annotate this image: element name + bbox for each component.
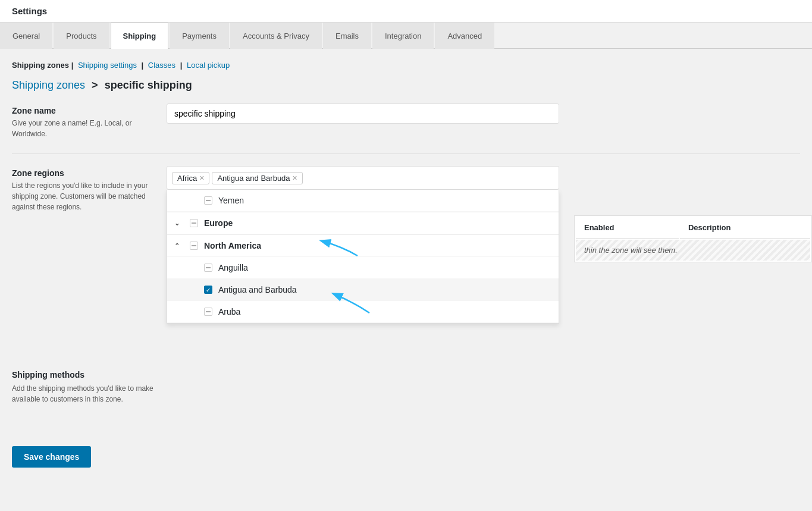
dropdown-item-anguilla[interactable]: Anguilla (167, 257, 559, 279)
sub-nav-bold: Shipping zones (12, 61, 69, 70)
checkbox-north-america (190, 242, 198, 250)
item-label-north-america: North America (204, 241, 261, 250)
save-changes-button[interactable]: Save changes (12, 446, 91, 468)
zone-name-field-col (167, 104, 800, 124)
sub-nav-classes[interactable]: Classes (148, 61, 175, 70)
table-empty-cell: thin the zone will see them. (576, 240, 810, 261)
tag-africa-label: Africa (177, 174, 197, 183)
tag-antigua-remove[interactable]: × (293, 174, 297, 182)
content-area: Shipping zones | Shipping settings | Cla… (0, 49, 812, 511)
tab-shipping[interactable]: Shipping (111, 23, 169, 49)
save-button-container: Save changes (12, 446, 91, 468)
item-label-anguilla: Anguilla (218, 263, 248, 272)
tab-payments[interactable]: Payments (170, 23, 229, 49)
zone-name-input[interactable] (167, 104, 559, 124)
tab-integration[interactable]: Integration (372, 23, 434, 49)
item-label-yemen: Yemen (218, 196, 244, 205)
shipping-methods-label: Shipping methods (12, 370, 84, 380)
sub-nav: Shipping zones | Shipping settings | Cla… (12, 61, 800, 70)
page-header: Settings (0, 0, 812, 23)
zone-regions-tags-container[interactable]: Africa × Antigua and Barbuda × (167, 166, 559, 190)
dropdown-item-antigua-barbuda[interactable]: ✓ Antigua and Barbuda (167, 279, 559, 301)
shipping-methods-panel: Enabled Description thin the zone will s… (574, 215, 812, 262)
zone-name-description: Give your zone a name! E.g. Local, or Wo… (12, 119, 131, 138)
item-label-antigua-barbuda: Antigua and Barbuda (218, 285, 297, 294)
zone-regions-row: Zone regions List the regions you'd like… (12, 166, 800, 212)
chevron-europe: ⌄ (174, 220, 184, 227)
tab-accounts-privacy[interactable]: Accounts & Privacy (230, 23, 322, 49)
breadcrumb-current: specific shipping (105, 79, 192, 91)
zone-regions-dropdown-wrapper: Africa × Antigua and Barbuda × Yemen (167, 166, 559, 190)
chevron-north-america: ⌃ (174, 242, 184, 250)
zone-name-label: Zone name (12, 106, 167, 115)
zone-regions-label-col: Zone regions List the regions you'd like… (12, 166, 167, 212)
zone-regions-dropdown-list: Yemen ⌄ Europe ⌃ (167, 190, 559, 324)
checkbox-anguilla (204, 264, 212, 272)
tab-general[interactable]: General (0, 23, 52, 49)
checkbox-europe (190, 219, 198, 227)
dropdown-item-europe[interactable]: ⌄ Europe (167, 212, 559, 234)
zone-regions-label: Zone regions (12, 168, 167, 178)
tag-antigua: Antigua and Barbuda × (212, 172, 302, 184)
zone-name-row: Zone name Give your zone a name! E.g. Lo… (12, 104, 800, 139)
methods-empty-note: thin the zone will see them. (584, 246, 678, 255)
item-label-europe: Europe (204, 218, 233, 228)
tag-africa: Africa × (172, 172, 209, 184)
breadcrumb-parent[interactable]: Shipping zones (12, 79, 85, 91)
checkbox-aruba (204, 308, 212, 316)
dropdown-item-north-america[interactable]: ⌃ North America (167, 235, 559, 257)
sub-nav-local-pickup[interactable]: Local pickup (187, 61, 230, 70)
tag-antigua-label: Antigua and Barbuda (217, 174, 290, 183)
col-description: Description (680, 217, 810, 239)
col-enabled: Enabled (576, 217, 679, 239)
item-label-aruba: Aruba (218, 307, 240, 316)
zone-regions-field-col: Africa × Antigua and Barbuda × Yemen (167, 166, 800, 190)
dropdown-item-yemen[interactable]: Yemen (167, 190, 559, 212)
section-divider-1 (12, 153, 800, 154)
shipping-methods-label-area: Shipping methods Add the shipping method… (12, 370, 155, 405)
tab-advanced[interactable]: Advanced (435, 23, 494, 49)
zone-regions-description: List the regions you'd like to include i… (12, 181, 148, 211)
page-title: Settings (12, 6, 47, 16)
tab-emails[interactable]: Emails (323, 23, 371, 49)
breadcrumb-separator: > (92, 79, 101, 91)
dropdown-item-aruba[interactable]: Aruba (167, 301, 559, 323)
tab-products[interactable]: Products (54, 23, 109, 49)
tabs-bar: General Products Shipping Payments Accou… (0, 23, 812, 49)
checkbox-antigua: ✓ (204, 286, 212, 294)
sub-nav-shipping-settings[interactable]: Shipping settings (78, 61, 137, 70)
shipping-methods-table: Enabled Description thin the zone will s… (574, 215, 812, 262)
checkbox-yemen (204, 196, 212, 205)
breadcrumb: Shipping zones > specific shipping (12, 79, 800, 92)
zone-name-label-col: Zone name Give your zone a name! E.g. Lo… (12, 104, 167, 139)
shipping-methods-description: Add the shipping methods you'd like to m… (12, 383, 155, 405)
tag-africa-remove[interactable]: × (199, 174, 204, 182)
